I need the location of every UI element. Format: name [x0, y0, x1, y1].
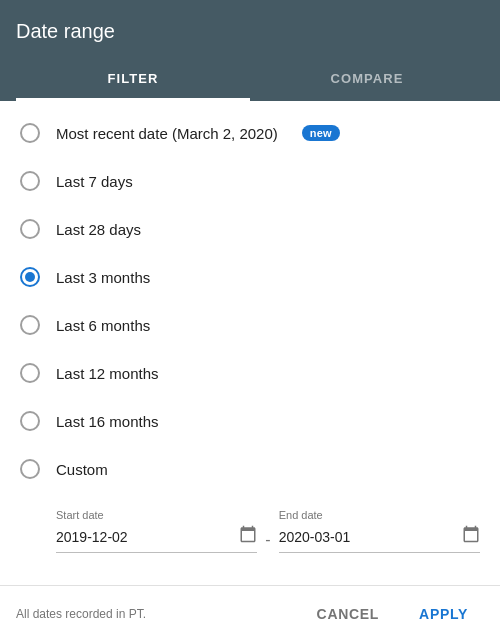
radio-list: Most recent date (March 2, 2020) new Las…: [0, 101, 500, 577]
radio-last-16m[interactable]: [20, 411, 40, 431]
option-most-recent[interactable]: Most recent date (March 2, 2020) new: [0, 109, 500, 157]
start-date-wrapper: [56, 525, 257, 553]
end-date-group: End date: [279, 509, 480, 553]
option-last-16m[interactable]: Last 16 months: [0, 397, 500, 445]
start-date-group: Start date: [56, 509, 257, 553]
radio-last-28[interactable]: [20, 219, 40, 239]
option-custom-label: Custom: [56, 461, 108, 478]
content-area: Most recent date (March 2, 2020) new Las…: [0, 101, 500, 585]
cancel-button[interactable]: CANCEL: [301, 598, 396, 630]
radio-custom[interactable]: [20, 459, 40, 479]
apply-button[interactable]: APPLY: [403, 598, 484, 630]
option-last-3m-label: Last 3 months: [56, 269, 150, 286]
footer-actions: CANCEL APPLY: [301, 598, 484, 630]
tab-bar: FILTER COMPARE: [16, 59, 484, 101]
option-last-6m-label: Last 6 months: [56, 317, 150, 334]
header: Date range FILTER COMPARE: [0, 0, 500, 101]
start-date-label: Start date: [56, 509, 257, 521]
option-last-7[interactable]: Last 7 days: [0, 157, 500, 205]
start-date-input[interactable]: [56, 529, 235, 545]
radio-last-3m[interactable]: [20, 267, 40, 287]
option-custom[interactable]: Custom: [0, 445, 500, 493]
radio-last-6m[interactable]: [20, 315, 40, 335]
option-last-28-label: Last 28 days: [56, 221, 141, 238]
footer-note: All dates recorded in PT.: [16, 607, 146, 621]
option-last-28[interactable]: Last 28 days: [0, 205, 500, 253]
option-last-3m[interactable]: Last 3 months: [0, 253, 500, 301]
tab-compare[interactable]: COMPARE: [250, 59, 484, 101]
new-badge: new: [302, 125, 340, 141]
end-date-wrapper: [279, 525, 480, 553]
option-last-7-label: Last 7 days: [56, 173, 133, 190]
option-last-12m[interactable]: Last 12 months: [0, 349, 500, 397]
radio-most-recent[interactable]: [20, 123, 40, 143]
custom-date-section: Start date - End date: [0, 493, 500, 569]
date-separator: -: [265, 531, 270, 553]
end-calendar-icon[interactable]: [462, 525, 480, 548]
option-last-16m-label: Last 16 months: [56, 413, 159, 430]
option-most-recent-label: Most recent date (March 2, 2020): [56, 125, 278, 142]
radio-last-7[interactable]: [20, 171, 40, 191]
end-date-label: End date: [279, 509, 480, 521]
option-last-12m-label: Last 12 months: [56, 365, 159, 382]
tab-filter[interactable]: FILTER: [16, 59, 250, 101]
footer: All dates recorded in PT. CANCEL APPLY: [0, 585, 500, 642]
end-date-input[interactable]: [279, 529, 458, 545]
date-row: Start date - End date: [56, 509, 480, 553]
radio-last-12m[interactable]: [20, 363, 40, 383]
start-calendar-icon[interactable]: [239, 525, 257, 548]
option-last-6m[interactable]: Last 6 months: [0, 301, 500, 349]
dialog-title: Date range: [16, 20, 484, 43]
